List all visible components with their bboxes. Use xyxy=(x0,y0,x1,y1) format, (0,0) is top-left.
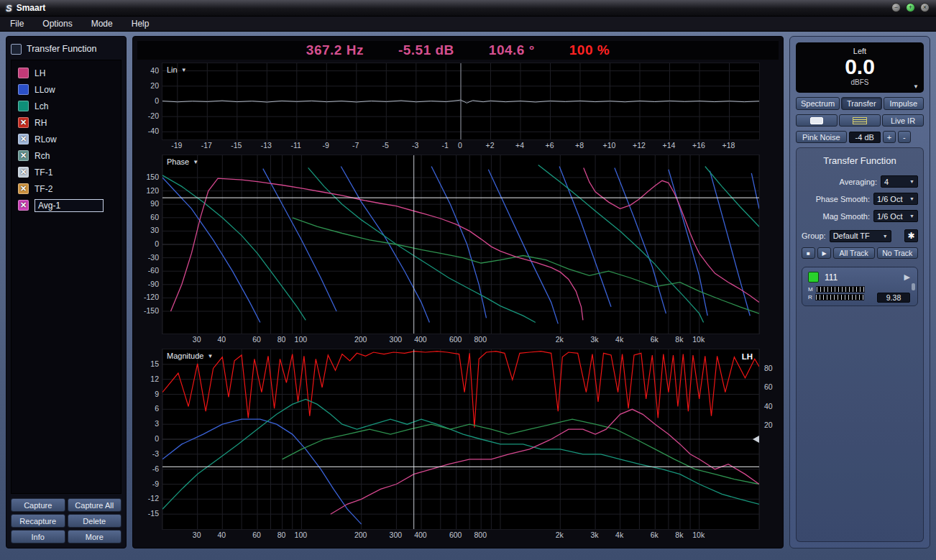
recapture-button[interactable]: Recapture xyxy=(11,514,65,528)
group-select[interactable]: Default TF ▼ xyxy=(830,230,891,242)
y-tick-label: 15 xyxy=(150,359,159,368)
tab-impulse[interactable]: Impulse xyxy=(884,97,924,110)
x-tick-label: 40 xyxy=(217,531,226,539)
phase-smooth-value: 1/6 Oct xyxy=(877,195,902,203)
trace-row-rch[interactable]: ✕Rch xyxy=(13,147,119,164)
tab-spectrum[interactable]: Spectrum xyxy=(796,97,840,110)
delete-button[interactable]: Delete xyxy=(68,514,122,528)
trace-row-rh[interactable]: ✕RH xyxy=(13,114,119,131)
x-tick-label: +18 xyxy=(722,141,735,150)
trace-swatch[interactable]: ✕ xyxy=(18,183,29,194)
trace-row-lch[interactable]: Lch xyxy=(13,98,119,114)
x-tick-label: +12 xyxy=(633,141,646,150)
mag-smooth-label: Mag Smooth: xyxy=(823,212,870,221)
rta-view-button[interactable] xyxy=(796,114,838,127)
stop-button[interactable]: ■ xyxy=(802,247,815,259)
trace-swatch[interactable]: ✕ xyxy=(18,134,29,144)
menubar: FileOptionsModeHelp xyxy=(0,17,936,32)
minimize-button[interactable]: − xyxy=(891,3,901,12)
trace-panel-title: Transfer Function xyxy=(27,44,97,54)
window-controls: − + × xyxy=(891,3,930,12)
trace-swatch[interactable]: ✕ xyxy=(18,167,29,178)
trace-LLow xyxy=(263,169,336,311)
info-button[interactable]: Info xyxy=(11,530,65,543)
group-settings-button[interactable]: ✱ xyxy=(904,229,918,242)
trace-row-llow[interactable]: LLow xyxy=(13,81,119,98)
x-tick-label: 6k xyxy=(651,335,659,344)
chevron-down-icon[interactable]: ▼ xyxy=(913,83,919,90)
trace-swatch[interactable]: ✕ xyxy=(18,117,29,128)
x-tick-label: 3k xyxy=(591,335,599,344)
live-ir-canvas[interactable] xyxy=(162,63,759,139)
io-device-box[interactable]: 111 ▶ M R 9.38 xyxy=(802,267,918,306)
zoom-button[interactable]: + xyxy=(906,3,915,12)
mode-tabs: SpectrumTransferImpulse xyxy=(796,97,924,110)
trace-swatch[interactable] xyxy=(18,68,29,78)
panel-checkbox-icon[interactable] xyxy=(11,44,22,55)
close-button[interactable]: × xyxy=(920,3,930,12)
y-tick-label: 120 xyxy=(146,186,159,195)
chevron-down-icon: ▼ xyxy=(909,179,914,184)
x-tick-label: +16 xyxy=(692,141,705,150)
trace-panel-header: Transfer Function xyxy=(11,41,121,57)
capture-all-button[interactable]: Capture All xyxy=(68,498,122,512)
trace-row-avg-1[interactable]: ✕Avg-1 xyxy=(13,197,119,214)
mag-smooth-select[interactable]: 1/6 Oct ▼ xyxy=(873,210,918,222)
trace-row-tf-1[interactable]: ✕TF-1 xyxy=(13,164,119,180)
magnitude-canvas[interactable] xyxy=(162,349,759,529)
phase-canvas[interactable] xyxy=(162,155,759,334)
x-tick-label: 2k xyxy=(556,335,564,344)
db-marker[interactable] xyxy=(753,436,759,443)
menu-item-options[interactable]: Options xyxy=(42,19,72,29)
level-up-button[interactable]: + xyxy=(883,131,896,143)
trace-swatch[interactable] xyxy=(18,101,29,111)
chevron-down-icon: ▼ xyxy=(207,353,213,359)
trace-name-input[interactable]: Avg-1 xyxy=(35,199,104,212)
more-button[interactable]: More xyxy=(68,530,122,543)
trace-LLow xyxy=(488,170,558,324)
menu-item-file[interactable]: File xyxy=(10,19,24,29)
ir-scale-menu[interactable]: Lin ▼ xyxy=(167,65,187,74)
chevron-down-icon: ▼ xyxy=(181,67,187,73)
play-button[interactable]: ▶ xyxy=(817,247,831,259)
x-tick-label: 2k xyxy=(556,531,564,539)
trace-LLow xyxy=(162,178,260,323)
trace-row-rlow[interactable]: ✕RLow xyxy=(13,131,119,147)
play-icon[interactable]: ▶ xyxy=(904,272,910,282)
averaging-select[interactable]: 4 ▼ xyxy=(881,175,918,188)
magnitude-scale-label: Magnitude xyxy=(167,352,203,360)
magnitude-plot: 15129630-3-6-9-12-15 Magnitude ▼ LH 8060… xyxy=(137,349,779,541)
x-tick-label: 3k xyxy=(591,531,599,539)
device-value[interactable]: 9.38 xyxy=(877,293,910,303)
y-tick-label: -150 xyxy=(144,306,159,315)
trace-hidden-icon: ✕ xyxy=(20,201,27,209)
level-down-button[interactable]: - xyxy=(898,131,911,143)
menu-item-mode[interactable]: Mode xyxy=(91,19,113,29)
input-level-meter[interactable]: Left 0.0 dBFS ▼ xyxy=(796,42,924,93)
capture-button[interactable]: Capture xyxy=(11,498,65,512)
pink-noise-button[interactable]: Pink Noise xyxy=(796,131,847,143)
trace-label: RH xyxy=(35,118,47,128)
trace-panel: Transfer Function LHLLowLch✕RH✕RLow✕Rch✕… xyxy=(6,36,127,548)
magnitude-x-axis: 304060801002003004006008002k3k4k6k8k10k xyxy=(162,530,760,541)
phase-smooth-select[interactable]: 1/6 Oct ▼ xyxy=(873,193,918,205)
trace-swatch[interactable]: ✕ xyxy=(18,150,29,161)
coherence-tick-label: 60 xyxy=(764,382,773,391)
magnitude-scale-menu[interactable]: Magnitude ▼ xyxy=(167,352,213,360)
trace-row-tf-2[interactable]: ✕TF-2 xyxy=(13,180,119,197)
all-track-button[interactable]: All Track xyxy=(833,247,875,259)
tab-transfer[interactable]: Transfer xyxy=(841,97,881,110)
phase-scale-menu[interactable]: Phase ▼ xyxy=(167,157,198,166)
menu-item-help[interactable]: Help xyxy=(132,19,150,29)
trace-swatch[interactable]: ✕ xyxy=(18,200,29,211)
device-handle[interactable] xyxy=(912,283,915,290)
phase-smooth-row: Phase Smooth: 1/6 Oct ▼ xyxy=(802,193,918,205)
spectrograph-view-button[interactable] xyxy=(839,114,881,127)
trace-swatch[interactable] xyxy=(18,84,29,95)
trace-hidden-icon: ✕ xyxy=(20,185,27,193)
live-ir-button[interactable]: Live IR xyxy=(882,114,924,127)
coherence-tick-label: 20 xyxy=(764,421,773,429)
coherence-tick-label: 80 xyxy=(764,364,773,372)
no-track-button[interactable]: No Track xyxy=(877,247,919,259)
trace-row-lh[interactable]: LH xyxy=(13,65,119,81)
